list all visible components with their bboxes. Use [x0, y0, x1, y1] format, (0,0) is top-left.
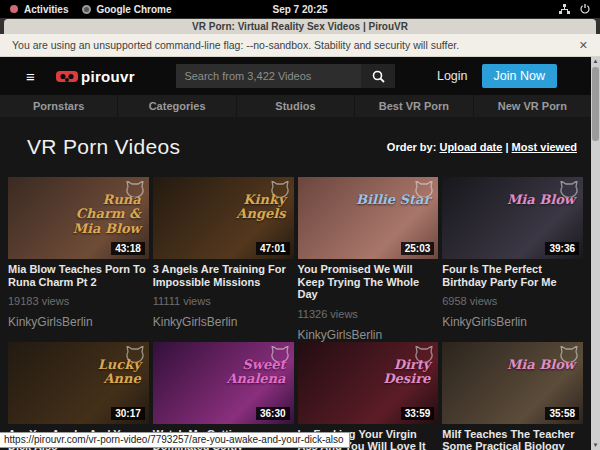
video-title-link[interactable]: Mia Blow Teaches Porn To Runa Charm Pt 2 — [8, 263, 149, 288]
studio-link[interactable]: KinkyGirlsBerlin — [8, 315, 149, 329]
thumbnail-overlay-text: Lucky Anne — [61, 358, 141, 387]
video-grid: Runa Charm & Mia Blow 43:18 Mia Blow Tea… — [0, 177, 591, 450]
browser-titlebar: VR Porn: Virtual Reality Sex Videos | Pi… — [0, 18, 600, 34]
video-card: Kinky Angels 47:01 3 Angels Are Training… — [153, 177, 294, 342]
page-viewport: ≡ pirouvr Login — [0, 57, 591, 450]
page-heading-row: VR Porn Videos Order by: Upload date | M… — [0, 117, 591, 177]
notification-dot-icon — [10, 5, 18, 13]
studio-link[interactable]: KinkyGirlsBerlin — [442, 315, 583, 329]
nav-item-categories[interactable]: Categories — [117, 95, 235, 117]
site-logo-text: pirouvr — [81, 68, 135, 85]
search-input[interactable] — [176, 64, 361, 88]
video-title-link[interactable]: 3 Angels Are Training For Impossible Mis… — [153, 263, 294, 288]
thumbnail-overlay-text: Mia Blow — [507, 358, 575, 372]
nav-item-best-vr-porn[interactable]: Best VR Porn — [354, 95, 472, 117]
search-icon — [372, 70, 385, 83]
screen: Activities Google Chrome Sep 7 20:25 VR … — [0, 0, 600, 450]
duration-badge: 43:18 — [111, 242, 145, 255]
status-url-tooltip: https://pirouvr.com/vr-porn-video/779325… — [0, 432, 350, 448]
thumbnail-overlay-text: Sweet Analena — [206, 358, 286, 387]
order-by-most-viewed-link[interactable]: Most viewed — [512, 141, 577, 153]
page-title: VR Porn Videos — [27, 135, 180, 159]
order-by-label: Order by: — [387, 141, 437, 153]
video-views: 11111 views — [153, 295, 294, 307]
duration-badge: 35:58 — [545, 407, 579, 420]
video-thumbnail[interactable]: Mia Blow 39:36 — [442, 177, 583, 259]
active-app-menu[interactable]: Google Chrome — [82, 4, 171, 15]
scrollbar-down-icon[interactable]: ▼ — [591, 441, 600, 450]
order-by: Order by: Upload date | Most viewed — [387, 141, 577, 153]
video-thumbnail[interactable]: Lucky Anne 30:17 — [8, 342, 149, 424]
infobar-message: You are using an unsupported command-lin… — [12, 39, 459, 51]
duration-badge: 25:03 — [401, 242, 435, 255]
video-title-link[interactable]: You Promised We Will Keep Trying The Who… — [298, 263, 439, 301]
nav-item-pornstars[interactable]: Pornstars — [0, 95, 117, 117]
power-icon[interactable] — [580, 4, 590, 14]
video-card: Runa Charm & Mia Blow 43:18 Mia Blow Tea… — [8, 177, 149, 342]
video-card: Billie Star 25:03 You Promised We Will K… — [298, 177, 439, 342]
network-icon[interactable] — [559, 4, 570, 14]
scrollbar-thumb[interactable] — [592, 67, 599, 141]
nav-item-new-vr-porn[interactable]: New VR Porn — [473, 95, 591, 117]
duration-badge: 47:01 — [256, 242, 290, 255]
site-logo[interactable]: pirouvr — [56, 68, 135, 85]
chrome-infobar: You are using an unsupported command-lin… — [0, 34, 600, 57]
video-thumbnail[interactable]: Dirty Desire 33:59 — [298, 342, 439, 424]
video-card: Mia Blow 35:58 Milf Teaches The Teacher … — [442, 342, 583, 450]
video-thumbnail[interactable]: Sweet Analena 36:30 — [153, 342, 294, 424]
video-title-link[interactable]: Four Is The Perfect Birthday Party For M… — [442, 263, 583, 288]
video-thumbnail[interactable]: Mia Blow 35:58 — [442, 342, 583, 424]
order-by-upload-date-link[interactable]: Upload date — [439, 141, 502, 153]
video-card: Mia Blow 39:36 Four Is The Perfect Birth… — [442, 177, 583, 342]
vr-headset-icon — [56, 70, 78, 83]
thumbnail-overlay-text: Runa Charm & Mia Blow — [61, 193, 141, 236]
duration-badge: 30:17 — [111, 407, 145, 420]
hamburger-menu-icon[interactable]: ≡ — [26, 69, 40, 84]
video-title-link[interactable]: Milf Teaches The Teacher Some Practical … — [442, 428, 583, 450]
site-header: ≡ pirouvr Login — [0, 57, 591, 95]
video-thumbnail[interactable]: Billie Star 25:03 — [298, 177, 439, 259]
video-views: 11326 views — [298, 308, 439, 320]
infobar-close-icon[interactable]: ✕ — [579, 39, 588, 52]
studio-link[interactable]: KinkyGirlsBerlin — [298, 328, 439, 342]
search-bar — [176, 64, 395, 88]
nav-item-studios[interactable]: Studios — [236, 95, 354, 117]
scrollbar-up-icon[interactable]: ▲ — [591, 57, 600, 66]
activities-button[interactable]: Activities — [10, 4, 68, 15]
join-now-button[interactable]: Join Now — [482, 64, 557, 88]
duration-badge: 36:30 — [256, 407, 290, 420]
duration-badge: 39:36 — [545, 242, 579, 255]
duration-badge: 33:59 — [401, 407, 435, 420]
video-thumbnail[interactable]: Runa Charm & Mia Blow 43:18 — [8, 177, 149, 259]
thumbnail-overlay-text: Mia Blow — [507, 193, 575, 207]
thumbnail-overlay-text: Dirty Desire — [350, 358, 430, 387]
video-thumbnail[interactable]: Kinky Angels 47:01 — [153, 177, 294, 259]
thumbnail-overlay-text: Kinky Angels — [206, 193, 286, 222]
login-link[interactable]: Login — [437, 69, 468, 83]
system-top-bar: Activities Google Chrome Sep 7 20:25 — [0, 0, 600, 18]
browser-tab[interactable]: VR Porn: Virtual Reality Sex Videos | Pi… — [4, 19, 596, 34]
main-nav: PornstarsCategoriesStudiosBest VR PornNe… — [0, 95, 591, 117]
active-app-label: Google Chrome — [96, 4, 171, 15]
activities-label: Activities — [24, 4, 68, 15]
video-views: 19183 views — [8, 295, 149, 307]
studio-link[interactable]: KinkyGirlsBerlin — [153, 315, 294, 329]
search-button[interactable] — [361, 64, 395, 88]
order-by-separator: | — [505, 141, 508, 153]
chrome-icon — [82, 5, 91, 14]
video-views: 6958 views — [442, 295, 583, 307]
vertical-scrollbar[interactable]: ▲ ▼ — [591, 57, 600, 450]
thumbnail-overlay-text: Billie Star — [356, 193, 430, 207]
